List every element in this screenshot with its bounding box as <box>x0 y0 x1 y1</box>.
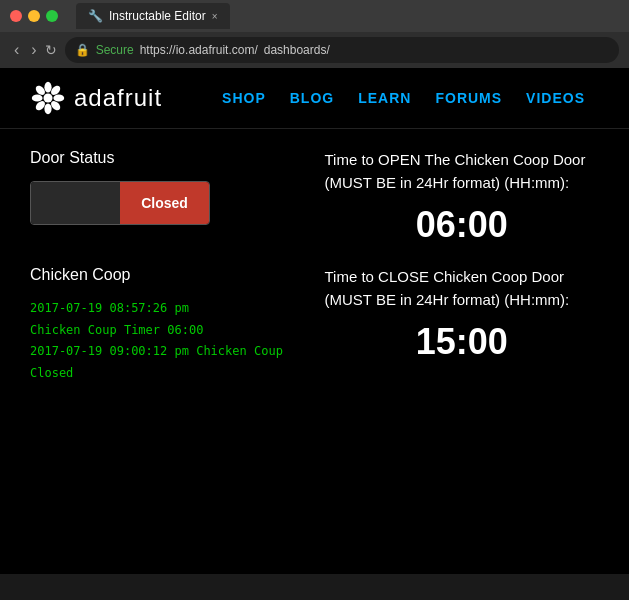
main-nav: SHOP BLOG LEARN FORUMS VIDEOS <box>222 90 585 106</box>
nav-learn[interactable]: LEARN <box>358 90 411 106</box>
tab-favicon: 🔧 <box>88 9 103 23</box>
forward-button[interactable]: › <box>27 39 40 61</box>
door-status-widget: Door Status Closed <box>30 149 305 246</box>
address-bar[interactable]: 🔒 Secure https://io.adafruit.com/ dashbo… <box>65 37 619 63</box>
adafruit-header: adafruit SHOP BLOG LEARN FORUMS VIDEOS <box>0 68 629 129</box>
log-line-4: Closed <box>30 363 305 385</box>
log-line-1: 2017-07-19 08:57:26 pm <box>30 298 305 320</box>
secure-label: Secure <box>96 43 134 57</box>
close-button[interactable] <box>10 10 22 22</box>
nav-blog[interactable]: BLOG <box>290 90 334 106</box>
coop-log: 2017-07-19 08:57:26 pm Chicken Coup Time… <box>30 298 305 384</box>
tab-title: Instructable Editor <box>109 9 206 23</box>
door-toggle[interactable]: Closed <box>30 181 210 225</box>
svg-point-1 <box>44 82 51 93</box>
active-tab[interactable]: 🔧 Instructable Editor × <box>76 3 230 29</box>
maximize-button[interactable] <box>46 10 58 22</box>
log-line-3: 2017-07-19 09:00:12 pm Chicken Coup <box>30 341 305 363</box>
nav-forums[interactable]: FORUMS <box>435 90 502 106</box>
svg-point-3 <box>53 94 64 101</box>
door-closed-option[interactable]: Closed <box>120 182 209 224</box>
minimize-button[interactable] <box>28 10 40 22</box>
chicken-coop-widget: Chicken Coop 2017-07-19 08:57:26 pm Chic… <box>30 266 305 384</box>
open-time-widget: Time to OPEN The Chicken Coop Door (MUST… <box>325 149 600 246</box>
svg-point-7 <box>32 94 43 101</box>
log-line-2: Chicken Coup Timer 06:00 <box>30 320 305 342</box>
adafruit-logo-icon <box>30 80 66 116</box>
svg-point-5 <box>44 103 51 114</box>
url-display: https://io.adafruit.com/ <box>140 43 258 57</box>
close-time-label: Time to CLOSE Chicken Coop Door (MUST BE… <box>325 266 600 311</box>
tab-close-button[interactable]: × <box>212 11 218 22</box>
page-content: adafruit SHOP BLOG LEARN FORUMS VIDEOS D… <box>0 68 629 574</box>
chicken-coop-title: Chicken Coop <box>30 266 305 284</box>
open-time-label: Time to OPEN The Chicken Coop Door (MUST… <box>325 149 600 194</box>
open-time-value: 06:00 <box>325 204 600 246</box>
adafruit-logo-text: adafruit <box>74 84 162 112</box>
svg-point-0 <box>44 94 53 103</box>
lock-icon: 🔒 <box>75 43 90 57</box>
door-status-title: Door Status <box>30 149 305 167</box>
adafruit-logo[interactable]: adafruit <box>30 80 162 116</box>
close-time-value: 15:00 <box>325 321 600 363</box>
url-suffix: dashboards/ <box>264 43 330 57</box>
back-button[interactable]: ‹ <box>10 39 23 61</box>
dashboard: Door Status Closed Time to OPEN The Chic… <box>0 129 629 404</box>
nav-shop[interactable]: SHOP <box>222 90 266 106</box>
traffic-lights <box>10 10 58 22</box>
door-open-option[interactable] <box>31 182 120 224</box>
browser-chrome: 🔧 Instructable Editor × ‹ › ↻ 🔒 Secure h… <box>0 0 629 68</box>
browser-toolbar: ‹ › ↻ 🔒 Secure https://io.adafruit.com/ … <box>0 32 629 68</box>
close-time-widget: Time to CLOSE Chicken Coop Door (MUST BE… <box>325 266 600 384</box>
nav-videos[interactable]: VIDEOS <box>526 90 585 106</box>
refresh-button[interactable]: ↻ <box>45 42 57 58</box>
browser-titlebar: 🔧 Instructable Editor × <box>0 0 629 32</box>
nav-buttons: ‹ › ↻ <box>10 39 57 61</box>
